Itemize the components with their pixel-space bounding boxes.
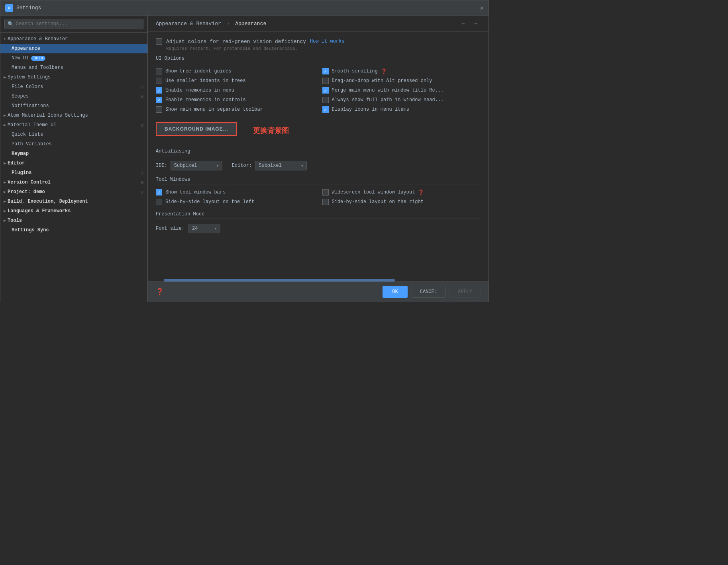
mnemonics-menu-checkbox[interactable] bbox=[156, 87, 162, 94]
option-smaller-indents: Use smaller indents in trees bbox=[156, 78, 314, 84]
sidebar-item-material-theme[interactable]: ▶ Material Theme UI ⊞ bbox=[0, 120, 147, 130]
expand-icon: ▶ bbox=[4, 180, 6, 185]
tool-windows-options: Show tool window bars Widescreen tool wi… bbox=[156, 189, 481, 205]
widescreen-checkbox[interactable] bbox=[322, 189, 329, 196]
tool-windows-header: Tool Windows bbox=[156, 177, 481, 184]
sidebar-item-editor[interactable]: ▶ Editor bbox=[0, 158, 147, 168]
bottom-buttons: OK CANCEL APPLY bbox=[383, 286, 481, 298]
show-tool-bars-checkbox[interactable] bbox=[156, 189, 162, 196]
editor-antialiasing: Editor: Subpixel Greyscale Default bbox=[232, 161, 307, 170]
nav-buttons: ← → bbox=[458, 20, 481, 27]
editor-antialiasing-select[interactable]: Subpixel Greyscale Default bbox=[255, 161, 307, 170]
sidebar-item-build-exec[interactable]: ▶ Build, Execution, Deployment bbox=[0, 197, 147, 206]
background-image-button[interactable]: BACKGROUND IMAGE... bbox=[156, 122, 237, 136]
settings-icon: ⊞ bbox=[141, 180, 143, 185]
option-side-right: Side-by-side layout on the right bbox=[322, 199, 481, 205]
bg-row: BACKGROUND IMAGE... 更换背景图 bbox=[156, 119, 481, 142]
expand-icon: ▶ bbox=[4, 218, 6, 223]
settings-window: ⚙ Settings ✕ 🔍 ▾ Appearance & Behavior bbox=[0, 0, 489, 302]
expand-icon: ▶ bbox=[4, 161, 6, 166]
sidebar-item-path-variables[interactable]: Path Variables bbox=[0, 139, 147, 149]
sidebar-item-notifications[interactable]: Notifications bbox=[0, 101, 147, 111]
expand-icon: ▶ bbox=[4, 209, 6, 213]
help-icon[interactable]: ❓ bbox=[381, 68, 387, 74]
sidebar-item-scopes[interactable]: Scopes ⊞ bbox=[0, 92, 147, 101]
sidebar-item-settings-sync[interactable]: Settings Sync bbox=[0, 225, 147, 235]
sidebar-item-appearance[interactable]: Appearance bbox=[0, 44, 147, 53]
nav-back-button[interactable]: ← bbox=[458, 20, 469, 27]
font-size-row: Font size: 12 14 16 18 20 24 28 32 bbox=[156, 224, 481, 233]
full-path-checkbox[interactable] bbox=[322, 97, 329, 103]
expand-icon: ▶ bbox=[4, 75, 6, 80]
sidebar: 🔍 ▾ Appearance & Behavior Appearance New… bbox=[0, 16, 148, 302]
sidebar-item-plugins[interactable]: Plugins ⊞ bbox=[0, 168, 147, 178]
option-show-tree-indent: Show tree indent guides bbox=[156, 68, 314, 74]
display-icons-checkbox[interactable] bbox=[322, 106, 329, 113]
bottom-bar: ❓ OK CANCEL APPLY bbox=[148, 282, 489, 302]
separate-toolbar-checkbox[interactable] bbox=[156, 106, 162, 113]
presentation-mode-header: Presentation Mode bbox=[156, 211, 481, 219]
app-icon: ⚙ bbox=[5, 4, 13, 12]
apply-button[interactable]: APPLY bbox=[449, 286, 481, 298]
beta-badge: Beta bbox=[31, 56, 45, 61]
expand-icon: ▶ bbox=[4, 123, 6, 127]
sidebar-item-appearance-behavior[interactable]: ▾ Appearance & Behavior bbox=[0, 34, 147, 44]
sidebar-item-languages[interactable]: ▶ Languages & Frameworks bbox=[0, 206, 147, 216]
settings-icon: ⊞ bbox=[141, 94, 143, 99]
sidebar-item-system-settings[interactable]: ▶ System Settings bbox=[0, 72, 147, 82]
sidebar-item-new-ui[interactable]: New UI Beta bbox=[0, 53, 147, 63]
main-header: Appearance & Behavior › Appearance ← → bbox=[148, 16, 489, 32]
sidebar-item-keymap[interactable]: Keymap bbox=[0, 149, 147, 158]
option-show-tool-bars: Show tool window bars bbox=[156, 189, 314, 196]
cancel-button[interactable]: CANCEL bbox=[412, 286, 445, 298]
option-smooth-scrolling: Smooth scrolling ❓ bbox=[322, 68, 481, 74]
sidebar-item-version-control[interactable]: ▶ Version Control ⊞ bbox=[0, 178, 147, 187]
main-content: Adjust colors for red-green vision defic… bbox=[148, 32, 489, 278]
option-side-left: Side-by-side layout on the left bbox=[156, 199, 314, 205]
expand-icon: ▶ bbox=[4, 113, 6, 118]
nav-forward-button[interactable]: → bbox=[470, 20, 481, 27]
antialiasing-group: IDE: Subpixel Greyscale Default Editor: bbox=[156, 161, 481, 170]
help-button[interactable]: ❓ bbox=[156, 288, 164, 296]
ide-antialiasing-select[interactable]: Subpixel Greyscale Default bbox=[171, 161, 222, 170]
how-it-works-link[interactable]: How it works bbox=[310, 39, 344, 44]
option-separate-toolbar: Show main menu in separate toolbar bbox=[156, 106, 314, 113]
ide-antialiasing: IDE: Subpixel Greyscale Default bbox=[156, 161, 222, 170]
merge-main-menu-checkbox[interactable] bbox=[322, 87, 329, 94]
sidebar-item-atom-material[interactable]: ▶ Atom Material Icons Settings bbox=[0, 111, 147, 120]
ide-label: IDE: bbox=[156, 163, 167, 168]
option-full-path: Always show full path in window head... bbox=[322, 97, 481, 103]
option-mnemonics-controls: Enable mnemonics in controls bbox=[156, 97, 314, 103]
sidebar-item-tools[interactable]: ▶ Tools bbox=[0, 216, 147, 225]
sidebar-item-quick-lists[interactable]: Quick Lists bbox=[0, 130, 147, 139]
titlebar: ⚙ Settings ✕ bbox=[0, 0, 489, 16]
vision-note: Requires restart. For protanopia and deu… bbox=[166, 46, 481, 51]
vision-row: Adjust colors for red-green vision defic… bbox=[156, 38, 481, 45]
side-right-checkbox[interactable] bbox=[322, 199, 329, 205]
editor-label: Editor: bbox=[232, 163, 252, 168]
sidebar-item-menus-toolbars[interactable]: Menus and Toolbars bbox=[0, 63, 147, 72]
option-display-icons: Display icons in menu items bbox=[322, 106, 481, 113]
settings-icon: ⊞ bbox=[141, 123, 143, 128]
mnemonics-controls-checkbox[interactable] bbox=[156, 97, 162, 103]
antialiasing-header: Antialiasing bbox=[156, 149, 481, 156]
options-grid: Show tree indent guides Smooth scrolling… bbox=[156, 68, 481, 113]
drag-drop-checkbox[interactable] bbox=[322, 78, 329, 84]
font-size-select[interactable]: 12 14 16 18 20 24 28 32 bbox=[188, 224, 220, 233]
sidebar-items: ▾ Appearance & Behavior Appearance New U… bbox=[0, 33, 147, 302]
sidebar-item-file-colors[interactable]: File Colors ⊞ bbox=[0, 82, 147, 92]
smooth-scrolling-checkbox[interactable] bbox=[322, 68, 329, 74]
side-left-checkbox[interactable] bbox=[156, 199, 162, 205]
vision-checkbox[interactable] bbox=[156, 38, 162, 45]
show-tree-indent-checkbox[interactable] bbox=[156, 68, 162, 74]
ui-options-header: UI Options bbox=[156, 56, 481, 63]
settings-icon: ⊞ bbox=[141, 84, 143, 90]
expand-icon: ▶ bbox=[4, 199, 6, 204]
search-icon: 🔍 bbox=[8, 21, 14, 27]
smaller-indents-checkbox[interactable] bbox=[156, 78, 162, 84]
widescreen-help-icon[interactable]: ❓ bbox=[418, 190, 424, 196]
close-button[interactable]: ✕ bbox=[480, 4, 484, 12]
search-input[interactable] bbox=[4, 19, 143, 29]
sidebar-item-project-demo[interactable]: ▶ Project: demo ⊞ bbox=[0, 187, 147, 197]
ok-button[interactable]: OK bbox=[383, 286, 407, 298]
